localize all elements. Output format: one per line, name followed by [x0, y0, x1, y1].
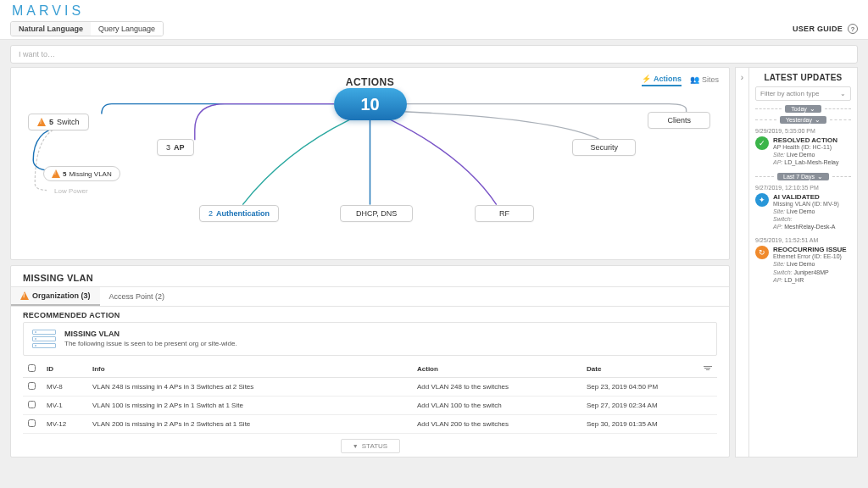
user-guide-link[interactable]: USER GUIDE ? [793, 24, 858, 34]
toggle-sites[interactable]: 👥Sites [690, 75, 719, 86]
recommended-box: MISSING VLAN The following issue is seen… [23, 322, 717, 356]
subnode-missing-vlan[interactable]: 5Missing VLAN [43, 166, 120, 181]
node-authn[interactable]: 2Authentication [199, 205, 279, 222]
row-checkbox[interactable] [28, 419, 36, 427]
warning-icon [52, 169, 60, 178]
updates-title: LATEST UPDATES [755, 73, 851, 82]
update-item[interactable]: 9/29/2019, 5:35:00 PM ✓ RESOLVED ACTIONA… [755, 128, 851, 166]
update-item[interactable]: 9/25/2019, 11:52:51 AM ↻ REOCCURRING ISS… [755, 237, 851, 283]
collapse-arrow[interactable]: › [735, 67, 748, 458]
update-item[interactable]: 9/27/2019, 12:10:35 PM ✦ AI VALIDATEDMis… [755, 185, 851, 230]
row-checkbox[interactable] [28, 401, 36, 408]
user-guide-label: USER GUIDE [793, 25, 843, 33]
tab-nl[interactable]: Natural Language [11, 22, 91, 36]
filter-dropdown[interactable]: Filter by action type⌄ [755, 86, 851, 101]
app-logo: MARVIS [12, 3, 84, 19]
node-security[interactable]: Security [572, 139, 636, 156]
issue-table: ID Info Action Date MV-8VLAN 248 is miss… [23, 361, 717, 434]
select-all-checkbox[interactable] [28, 364, 36, 372]
filter-icon[interactable] [704, 365, 712, 372]
status-button[interactable]: ▼STATUS [341, 439, 400, 453]
recurring-icon: ↻ [755, 246, 769, 259]
row-checkbox[interactable] [28, 382, 36, 390]
actions-panel: ⚡Actions 👥Sites ACTIONS 10 5Switch [10, 67, 730, 260]
tab-organization[interactable]: Organization (3) [11, 287, 100, 306]
node-switch[interactable]: 5Switch [28, 114, 89, 130]
check-icon: ✓ [755, 136, 769, 150]
toggle-actions[interactable]: ⚡Actions [642, 75, 682, 86]
node-clients[interactable]: Clients [648, 112, 710, 129]
detail-panel: MISSING VLAN Organization (3) Access Poi… [10, 265, 730, 458]
table-row[interactable]: MV-1VLAN 100 is missing in 2 APs in 1 Sw… [23, 396, 717, 415]
actions-title: ACTIONS [23, 76, 717, 88]
help-icon: ? [848, 24, 858, 34]
node-dhcp[interactable]: DHCP, DNS [340, 205, 413, 222]
node-rf[interactable]: RF [475, 205, 534, 222]
table-row[interactable]: MV-8VLAN 248 is missing in 4 APs in 3 Sw… [23, 378, 717, 396]
actions-count-bubble[interactable]: 10 [334, 88, 407, 120]
rec-text: The following issue is seen to be presen… [64, 340, 237, 347]
node-ap[interactable]: 3AP [157, 139, 194, 156]
warning-icon [37, 118, 46, 126]
day-chip-last7[interactable]: Last 7 Days [777, 173, 829, 180]
lang-tab-group: Natural Language Query Language [10, 21, 164, 36]
detail-title: MISSING VLAN [11, 271, 729, 286]
recommended-header: RECOMMENDED ACTION [11, 307, 729, 322]
warning-icon [20, 291, 29, 300]
ai-icon: ✦ [755, 193, 769, 207]
table-row[interactable]: MV-12VLAN 200 is missing in 2 APs in 2 S… [23, 415, 717, 434]
subnode-low-power[interactable]: Low Power [47, 185, 96, 197]
server-icon [32, 330, 56, 348]
day-chip-today[interactable]: Today [785, 105, 821, 113]
updates-panel: LATEST UPDATES Filter by action type⌄ To… [748, 67, 858, 458]
rec-title: MISSING VLAN [64, 330, 237, 338]
tab-access-point[interactable]: Access Point (2) [100, 287, 175, 306]
chevron-down-icon: ⌄ [840, 90, 846, 97]
tab-ql[interactable]: Query Language [91, 22, 163, 36]
day-chip-yesterday[interactable]: Yesterday [780, 116, 826, 124]
search-input[interactable]: I want to… [10, 45, 858, 64]
